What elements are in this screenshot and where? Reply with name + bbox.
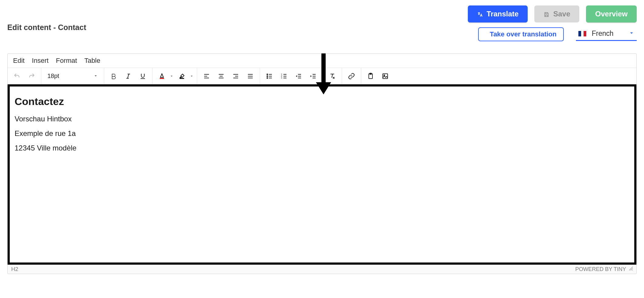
overview-label: Overview (595, 10, 628, 18)
menu-format[interactable]: Format (56, 57, 77, 65)
take-over-label: Take over translation (490, 30, 557, 38)
svg-point-21 (267, 76, 268, 76)
editor: Edit Insert Format Table 18pt (7, 53, 637, 274)
text-color-dropdown[interactable] (169, 74, 174, 78)
svg-point-41 (384, 75, 385, 76)
svg-rect-7 (180, 78, 184, 79)
image-button[interactable] (378, 70, 392, 82)
svg-point-22 (267, 77, 268, 78)
status-bar: H2 POWERED BY TINY (8, 265, 636, 274)
translate-button[interactable]: Translate (468, 5, 528, 22)
italic-button[interactable] (121, 70, 135, 82)
content-paragraph: 12345 Ville modèle (15, 144, 629, 152)
take-over-translation-button[interactable]: Take over translation (478, 27, 564, 41)
element-path[interactable]: H2 (11, 266, 18, 273)
content-heading: Contactez (15, 96, 629, 107)
save-label: Save (553, 10, 570, 18)
translate-label: Translate (487, 10, 519, 18)
menu-insert[interactable]: Insert (32, 57, 49, 65)
numbered-list-button[interactable]: 123 (277, 70, 291, 82)
page-title: Edit content - Contact (7, 23, 86, 32)
svg-rect-6 (160, 78, 164, 79)
overview-button[interactable]: Overview (586, 5, 637, 22)
align-center-button[interactable] (214, 70, 228, 82)
clear-formatting-button[interactable] (325, 70, 339, 82)
align-left-button[interactable] (200, 70, 214, 82)
link-button[interactable] (344, 70, 358, 82)
bullet-list-button[interactable] (262, 70, 276, 82)
bold-button[interactable] (107, 70, 121, 82)
undo-button[interactable] (10, 70, 24, 82)
indent-button[interactable] (306, 70, 320, 82)
save-button: Save (534, 5, 579, 22)
highlight-color-button[interactable] (175, 70, 189, 82)
flag-france-icon (578, 31, 586, 36)
font-size-value: 18pt (47, 73, 59, 80)
menu-bar: Edit Insert Format Table (8, 54, 636, 68)
outdent-button[interactable] (292, 70, 306, 82)
underline-button[interactable] (136, 70, 150, 82)
content-paragraph: Vorschau Hintbox (15, 115, 629, 123)
text-color-button[interactable] (155, 70, 169, 82)
highlight-color-dropdown[interactable] (189, 74, 194, 78)
powered-by-label: POWERED BY TINY (575, 266, 626, 273)
chevron-down-icon (94, 73, 98, 80)
menu-edit[interactable]: Edit (13, 57, 25, 65)
svg-point-20 (267, 74, 268, 75)
save-icon (543, 11, 550, 17)
translate-icon (477, 11, 483, 17)
language-name: French (592, 29, 614, 38)
menu-table[interactable]: Table (84, 57, 101, 65)
align-justify-button[interactable] (243, 70, 257, 82)
editor-content[interactable]: Contactez Vorschau Hintbox Exemple de ru… (8, 84, 636, 265)
font-size-select[interactable]: 18pt (44, 70, 101, 82)
resize-grip-icon[interactable] (629, 266, 633, 273)
svg-line-2 (128, 74, 129, 78)
toolbar: 18pt (8, 68, 636, 84)
svg-text:3: 3 (281, 77, 282, 79)
chevron-down-icon (629, 30, 634, 37)
svg-rect-40 (383, 74, 388, 79)
redo-button[interactable] (25, 70, 39, 82)
align-right-button[interactable] (229, 70, 243, 82)
paste-button[interactable] (364, 70, 378, 82)
content-paragraph: Exemple de rue 1a (15, 129, 629, 138)
language-select[interactable]: French (576, 28, 637, 41)
